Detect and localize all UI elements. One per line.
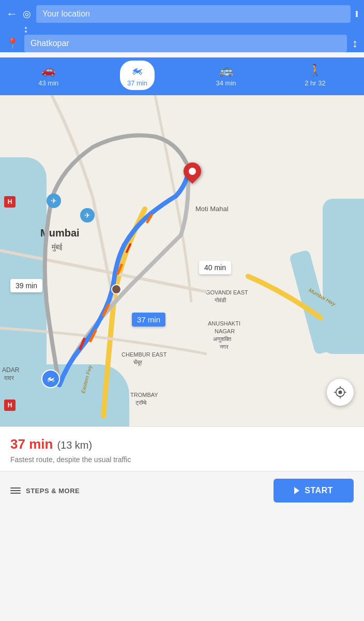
destination-input[interactable] [24,35,347,52]
route-time-right: 40 min [204,263,226,272]
your-location-input[interactable] [36,5,351,23]
route-label-37min-selected[interactable]: 37 min [132,313,165,327]
walk-time: 2 hr 32 [305,79,325,87]
route-summary: 37 min (13 km) [10,436,354,452]
tab-motorcycle[interactable]: 🏍 37 min [120,61,155,90]
moto-icon: 🏍 [47,374,55,383]
hospital-icon-top: H [4,196,16,208]
car-icon: 🚗 [41,64,55,77]
start-navigation-button[interactable]: START [274,479,354,502]
bottom-actions: STEPS & MORE START [0,471,364,510]
start-label: START [305,486,333,495]
airport-icon-1: ✈ [47,194,61,208]
route-label-39min[interactable]: 39 min [10,279,42,292]
header: ← ◎ 📍 ↕ [0,0,364,52]
transport-tabs: 🚗 43 min 🏍 37 min 🚌 34 min 🚶 2 hr 32 [0,57,364,95]
route-time-left: 39 min [16,282,37,290]
route-summary-panel: 37 min (13 km) Fastest route, despite th… [0,426,364,471]
tab-walk[interactable]: 🚶 2 hr 32 [297,61,332,90]
route-note: Fastest route, despite the usual traffic [10,455,354,464]
svg-point-7 [339,391,342,394]
connector-dots [6,27,358,33]
steps-icon [10,487,21,494]
header-row2: 📍 ↕ [6,35,358,52]
destination-icon: 📍 [6,37,19,50]
steps-more-button[interactable]: STEPS & MORE [10,487,80,495]
user-location-marker: 🏍 [41,369,60,388]
more-options-button[interactable] [356,11,358,17]
bus-time: 34 min [216,79,236,87]
car-time: 43 min [38,79,58,87]
hospital-icon-bottom: H [4,400,16,411]
swap-directions-button[interactable]: ↕ [352,37,358,50]
header-row1: ← ◎ [6,5,358,23]
my-location-button[interactable] [327,379,354,406]
route-distance: (13 km) [57,439,92,451]
motorcycle-icon: 🏍 [131,64,143,77]
route-label-40min[interactable]: 40 min [199,261,231,274]
svg-point-6 [112,285,121,294]
route-time-center: 37 min [137,315,160,324]
pin-head [180,159,205,184]
route-time: 37 min [10,436,53,452]
walk-icon: 🚶 [308,64,322,77]
airport-icon-2: ✈ [80,208,95,223]
tab-car[interactable]: 🚗 43 min [31,61,66,90]
map[interactable]: ✈ ✈ H H 🏍 39 min 37 min 40 min Mumbai मु… [0,95,364,426]
destination-pin [184,162,201,180]
tab-bus[interactable]: 🚌 34 min [209,61,244,90]
navigation-arrow-icon [294,487,299,494]
target-icon [333,385,347,400]
steps-more-label: STEPS & MORE [26,487,80,495]
bus-icon: 🚌 [219,64,233,77]
motorcycle-time: 37 min [127,79,147,87]
back-button[interactable]: ← [6,7,18,21]
current-location-icon: ◎ [23,8,31,20]
